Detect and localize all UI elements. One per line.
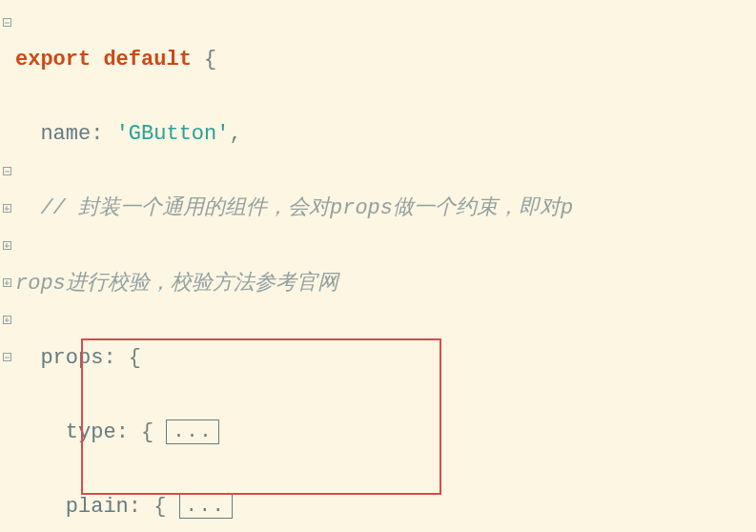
- code-area-wrap: export default { name: 'GButton', // 封装一…: [13, 0, 573, 532]
- colon: :: [129, 495, 141, 519]
- fold-gutter: [0, 0, 13, 532]
- code-editor: export default { name: 'GButton', // 封装一…: [0, 0, 756, 532]
- colon: :: [103, 346, 115, 370]
- colon: :: [116, 420, 129, 444]
- comment: rops进行校验，校验方法参考官网: [15, 272, 338, 296]
- comment: // 封装一个通用的组件，会对props做一个约束，即对p: [40, 196, 573, 220]
- code-line: type: { ...: [15, 414, 573, 451]
- fold-toggle[interactable]: [3, 204, 11, 213]
- brace-open: {: [141, 420, 153, 444]
- fold-toggle[interactable]: [3, 18, 11, 27]
- comma: ,: [229, 122, 241, 146]
- keyword-default: default: [103, 48, 191, 72]
- brace-open: {: [129, 346, 141, 370]
- prop-key: type: [66, 420, 116, 444]
- code-line: name: 'GButton',: [15, 115, 573, 153]
- code-area[interactable]: export default { name: 'GButton', // 封装一…: [13, 0, 573, 532]
- fold-toggle[interactable]: [3, 241, 11, 250]
- keyword-export: export: [15, 48, 91, 72]
- prop-key: plain: [66, 495, 129, 519]
- brace-open: {: [204, 48, 216, 72]
- fold-toggle[interactable]: [3, 167, 11, 175]
- code-line: rops进行校验，校验方法参考官网: [15, 265, 573, 302]
- brace-open: {: [153, 495, 166, 519]
- fold-toggle[interactable]: [3, 353, 11, 361]
- fold-placeholder[interactable]: ...: [166, 419, 219, 444]
- code-line: export default {: [15, 41, 573, 78]
- string-literal: 'GButton': [116, 122, 230, 146]
- code-line: plain: { ...: [15, 488, 573, 525]
- fold-toggle[interactable]: [3, 278, 11, 287]
- code-line: // 封装一个通用的组件，会对props做一个约束，即对p: [15, 190, 573, 227]
- colon: :: [91, 122, 103, 146]
- fold-toggle[interactable]: [3, 316, 11, 324]
- fold-placeholder[interactable]: ...: [179, 494, 233, 519]
- prop-key: props: [40, 346, 103, 370]
- code-line: props: {: [15, 339, 573, 377]
- prop-key: name: [40, 122, 91, 146]
